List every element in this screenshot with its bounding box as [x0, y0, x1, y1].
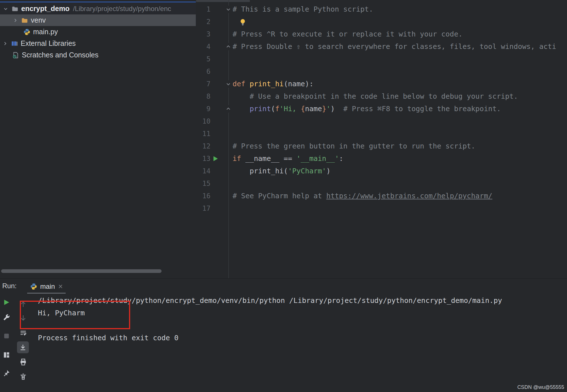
line-number: 9 — [196, 103, 211, 115]
editor-gutter-rows: 1234567891011121314151617 — [196, 3, 233, 215]
stop-button — [3, 332, 10, 340]
gutter-row[interactable]: 15 — [196, 177, 233, 190]
trash-icon[interactable] — [19, 373, 27, 381]
line-number: 3 — [196, 28, 211, 40]
code-token — [233, 92, 250, 100]
folder-excluded-icon — [21, 17, 28, 24]
chevron-down-icon[interactable] — [2, 5, 9, 12]
line-number: 16 — [196, 190, 211, 202]
code-line — [233, 16, 567, 28]
code-token: name — [305, 105, 322, 113]
gutter-row[interactable]: 13 — [196, 152, 233, 165]
editor-area[interactable]: 1234567891011121314151617 # This is a sa… — [196, 0, 567, 278]
code-line — [233, 115, 567, 128]
console-line: Process finished with exit code 0 — [38, 332, 564, 344]
tree-item-label: External Libraries — [21, 39, 76, 48]
code-token: # Press Double ⇧ to search everywhere fo… — [233, 42, 556, 51]
chevron-right-icon[interactable] — [12, 17, 19, 24]
code-token: : — [339, 154, 343, 163]
gutter-row[interactable]: 2 — [196, 16, 233, 28]
tree-item-external-libraries[interactable]: External Libraries — [0, 38, 196, 49]
scroll-to-end-button[interactable] — [17, 341, 29, 353]
code-token: ) — [326, 167, 330, 175]
tree-item-scratches-consoles[interactable]: Scratches and Consoles — [0, 49, 196, 61]
gutter-row[interactable]: 16 — [196, 190, 233, 202]
print-icon[interactable] — [19, 358, 27, 366]
code-line — [233, 128, 567, 140]
code-line — [233, 53, 567, 65]
code-line: if __name__ == '__main__': — [233, 152, 567, 165]
fold-marker-icon[interactable] — [225, 80, 232, 88]
line-number: 13 — [196, 152, 211, 165]
code-line: # See PyCharm help at https://www.jetbra… — [233, 190, 567, 202]
project-panel: encrypt_demo /Library/project/study/pyth… — [0, 0, 196, 278]
pin-icon[interactable] — [3, 369, 10, 377]
chevron-right-icon[interactable] — [2, 40, 8, 47]
lightbulb-icon[interactable] — [239, 18, 247, 25]
code-line — [233, 65, 567, 78]
code-token: f — [275, 105, 280, 113]
gutter-row[interactable]: 5 — [196, 53, 233, 65]
gutter-row[interactable]: 7 — [196, 78, 233, 90]
tree-item-project-root[interactable]: encrypt_demo /Library/project/study/pyth… — [0, 3, 196, 14]
code-token: # Use a breakpoint in the code line belo… — [250, 92, 518, 100]
gutter-row[interactable]: 6 — [196, 65, 233, 78]
gutter-row[interactable]: 4 — [196, 40, 233, 53]
line-number: 6 — [196, 65, 211, 78]
gutter-row[interactable]: 1 — [196, 3, 233, 16]
folder-icon — [11, 5, 19, 12]
project-root-path: /Library/project/study/python/enc — [73, 5, 171, 13]
project-panel-scrollbar[interactable] — [1, 269, 162, 273]
gutter-row[interactable]: 10 — [196, 115, 233, 128]
code-token: # Press the green button in the gutter t… — [233, 142, 475, 150]
soft-wrap-icon[interactable] — [19, 329, 27, 337]
fold-marker-icon[interactable] — [225, 43, 232, 50]
gutter-row[interactable]: 17 — [196, 202, 233, 215]
hyperlink[interactable]: https://www.jetbrains.com/help/pycharm/ — [326, 192, 492, 200]
code-token: 'Hi, — [280, 105, 301, 113]
code-token: '__main__' — [297, 154, 339, 163]
python-file-icon — [23, 28, 31, 36]
editor-code-lines[interactable]: # This is a sample Python script.# Press… — [233, 3, 567, 215]
rerun-button[interactable] — [3, 298, 10, 306]
tree-item-venv[interactable]: venv — [0, 14, 196, 26]
focus-accent-line — [0, 2, 196, 2]
gutter-row[interactable]: 8 — [196, 90, 233, 103]
run-tab-main[interactable]: main × — [27, 280, 66, 294]
run-tool-window: Run: main × — [0, 278, 567, 392]
fold-marker-icon[interactable] — [225, 105, 232, 113]
line-number: 12 — [196, 140, 211, 152]
code-token: ) — [330, 105, 343, 113]
close-tab-icon[interactable]: × — [58, 283, 63, 290]
code-token: { — [301, 105, 305, 113]
annotation-rectangle — [20, 301, 130, 329]
gutter-separator — [228, 0, 229, 278]
code-token: __name__ == — [241, 154, 297, 163]
scratch-file-icon — [12, 51, 19, 59]
code-token: 'PyCharm' — [288, 167, 326, 175]
python-file-icon — [30, 283, 37, 290]
wrench-icon[interactable] — [3, 313, 10, 321]
fold-marker-icon[interactable] — [225, 6, 232, 13]
code-token: ( — [271, 105, 275, 113]
gutter-row[interactable]: 12 — [196, 140, 233, 152]
gutter-row[interactable]: 14 — [196, 165, 233, 177]
gutter-row[interactable]: 3 — [196, 28, 233, 40]
layout-icon[interactable] — [3, 351, 10, 359]
code-line — [233, 202, 567, 215]
code-line: # Use a breakpoint in the code line belo… — [233, 90, 567, 103]
code-token: def — [233, 80, 250, 88]
code-token: print — [250, 105, 271, 113]
code-token: # Press ^R to execute it or replace it w… — [233, 30, 463, 38]
code-line: print(f'Hi, {name}') # Press ⌘F8 to togg… — [233, 103, 567, 115]
code-token: } — [322, 105, 326, 113]
tree-item-main-py[interactable]: main.py — [0, 26, 196, 38]
code-line — [233, 177, 567, 190]
gutter-row[interactable]: 9 — [196, 103, 233, 115]
gutter-row[interactable]: 11 — [196, 128, 233, 140]
code-line: # Press Double ⇧ to search everywhere fo… — [233, 40, 567, 53]
code-line: def print_hi(name): — [233, 78, 567, 90]
run-line-icon[interactable] — [212, 155, 219, 162]
code-token: ' — [326, 105, 330, 113]
code-token: (name): — [284, 80, 313, 88]
